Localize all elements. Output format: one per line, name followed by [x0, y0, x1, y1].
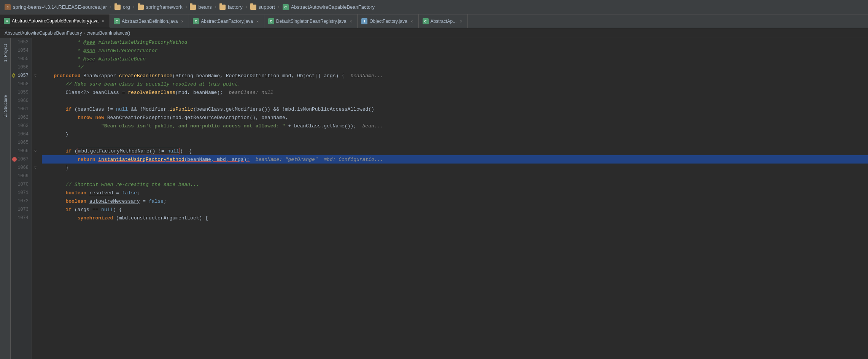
class-icon-main: C [283, 4, 289, 10]
line-1073: 1073 [11, 205, 32, 214]
tab-icon-1: C [4, 18, 10, 24]
tab-label-1: AbstractAutowireCapableBeanFactory.java [12, 18, 99, 24]
tab-icon-6: C [423, 18, 429, 24]
line-1053: 1053 [11, 38, 32, 46]
bc-classname: AbstractAutowireCapableBeanFactory [291, 4, 375, 10]
tab-close-6[interactable]: × [458, 19, 464, 24]
line-1067: 1067 [11, 155, 32, 164]
fold-1069 [32, 172, 39, 180]
line-1060: 1060 [11, 97, 32, 105]
tab-objectfactory[interactable]: I ObjectFactory.java × [358, 14, 418, 28]
editor-area: 1053 1054 1055 1056 @ 1057 1058 1059 106… [11, 38, 868, 359]
line-1066: 1066 [11, 147, 32, 155]
code-line-1059: Class<?> beanClass = resolveBeanClass(mb… [42, 88, 868, 97]
line-1063: 1063 [11, 122, 32, 130]
folder-icon-factory [219, 5, 226, 10]
fold-1071 [32, 189, 39, 197]
jar-icon: J [5, 4, 11, 10]
code-line-1061: if (beanClass != null && !Modifier.isPub… [42, 105, 868, 113]
tab-label-5: ObjectFactory.java [369, 19, 407, 24]
code-line-1057: protected BeanWrapper createBeanInstance… [42, 71, 868, 80]
line-1055: 1055 [11, 55, 32, 63]
tab-abstractautowire[interactable]: C AbstractAutowireCapableBeanFactory.jav… [0, 14, 110, 28]
sidebar-project[interactable]: 1: Project [2, 41, 9, 65]
code-line-1069 [42, 172, 868, 180]
line-1056: 1056 [11, 63, 32, 71]
folder-icon-org [114, 5, 121, 10]
fold-1063 [32, 122, 39, 130]
bc-beans: beans [198, 4, 211, 10]
fold-gutter: ▽ ▽ ▽ [32, 38, 39, 359]
line-1058: 1058 [11, 80, 32, 88]
code-line-1058: // Make sure bean class is actually reso… [42, 80, 868, 88]
folder-icon-spring [138, 5, 144, 10]
fold-1053 [32, 38, 39, 46]
breadcrumb-bar: AbstractAutowireCapableBeanFactory › cre… [0, 28, 868, 38]
tab-close-4[interactable]: × [348, 19, 353, 24]
breadcrumb-sep-1: › [109, 4, 112, 10]
code-container: 1053 1054 1055 1056 @ 1057 1058 1059 106… [11, 38, 868, 359]
line-1062: 1062 [11, 113, 32, 122]
tab-abstractbeanfactory[interactable]: C AbstractBeanFactory.java × [189, 14, 264, 28]
code-line-1072: boolean autowireNecessary = false; [42, 197, 868, 205]
line-1069: 1069 [11, 172, 32, 180]
code-line-1065 [42, 138, 868, 147]
fold-1056 [32, 63, 39, 71]
line-1074: 1074 [11, 214, 32, 222]
line-1064: 1064 [11, 130, 32, 138]
tab-abstractap[interactable]: C AbstractAp... × [419, 14, 468, 28]
folder-icon-beans [190, 5, 196, 10]
tabs-bar: C AbstractAutowireCapableBeanFactory.jav… [0, 14, 868, 28]
tab-label-3: AbstractBeanFactory.java [201, 19, 253, 24]
tab-abstractbeandefinition[interactable]: C AbstractBeanDefinition.java × [110, 14, 189, 28]
tab-icon-5: I [361, 18, 367, 24]
tab-icon-2: C [114, 18, 120, 24]
tab-label-6: AbstractAp... [431, 19, 457, 24]
code-line-1073: if (args == null) { [42, 205, 868, 214]
bc-factory: factory [228, 4, 243, 10]
code-line-1062: throw new BeanCreationException(mbd.getR… [42, 113, 868, 122]
line-1071: 1071 [11, 189, 32, 197]
code-line-1071: boolean resolved = false; [42, 189, 868, 197]
code-line-1074: synchronized (mbd.constructorArgumentLoc… [42, 214, 868, 222]
tab-close-5[interactable]: × [409, 19, 415, 24]
breadcrumb-arrow: › [83, 30, 85, 36]
tab-defaultsingleton[interactable]: C DefaultSingletonBeanRegistry.java × [264, 14, 358, 28]
line-1054: 1054 [11, 46, 32, 55]
code-line-1055: * @see #instantiateBean [42, 55, 868, 63]
folder-icon-support [250, 5, 256, 10]
tab-label-2: AbstractBeanDefinition.java [122, 19, 178, 24]
fold-1067 [32, 155, 39, 164]
fold-1066[interactable]: ▽ [32, 147, 39, 155]
fold-1065 [32, 138, 39, 147]
code-editor[interactable]: * @see #instantiateUsingFactoryMethod * … [39, 38, 868, 359]
tab-label-4: DefaultSingletonBeanRegistry.java [276, 19, 347, 24]
main-layout: 1: Project Z: Structure 1053 1054 1055 1… [0, 38, 868, 359]
line-1068: 1068 [11, 164, 32, 172]
fold-1062 [32, 113, 39, 122]
tab-icon-3: C [193, 18, 199, 24]
bc-springframework: springframework [146, 4, 183, 10]
line-1059: 1059 [11, 88, 32, 97]
title-bar: J spring-beans-4.3.14.RELEASE-sources.ja… [0, 0, 868, 14]
left-sidebar: 1: Project Z: Structure [0, 38, 11, 359]
code-line-1060 [42, 97, 868, 105]
line-gutter: 1053 1054 1055 1056 @ 1057 1058 1059 106… [11, 38, 32, 359]
fold-1057[interactable]: ▽ [32, 71, 39, 80]
fold-1060 [32, 97, 39, 105]
code-line-1063: "Bean class isn't public, and non-public… [42, 122, 868, 130]
sidebar-structure[interactable]: Z: Structure [2, 92, 9, 120]
code-line-1070: // Shortcut when re-creating the same be… [42, 180, 868, 189]
code-line-1066: if (mbd.getFactoryMethodName() != null) … [42, 147, 868, 155]
line-1072: 1072 [11, 197, 32, 205]
tab-close-2[interactable]: × [180, 19, 185, 24]
bc-org: org [123, 4, 130, 10]
tab-close-1[interactable]: × [100, 18, 106, 24]
tab-close-3[interactable]: × [255, 19, 260, 24]
fold-1068[interactable]: ▽ [32, 164, 39, 172]
breadcrumb-class[interactable]: AbstractAutowireCapableBeanFactory [5, 30, 82, 36]
code-line-1056: */ [42, 63, 868, 71]
code-line-1064: } [42, 130, 868, 138]
fold-1061 [32, 105, 39, 113]
breadcrumb-method[interactable]: createBeanInstance() [86, 30, 130, 36]
